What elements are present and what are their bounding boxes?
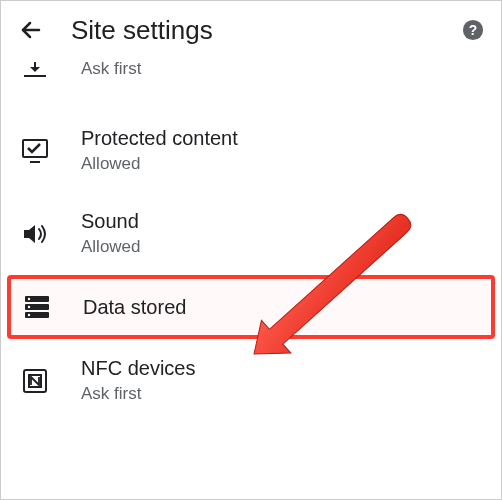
- page-title: Site settings: [71, 15, 461, 46]
- setting-text: Protected content Allowed: [81, 127, 238, 174]
- settings-list: Ask first Protected content Allowed Soun…: [1, 59, 501, 422]
- sound-icon: [21, 220, 49, 248]
- header: Site settings ?: [1, 1, 501, 59]
- setting-status: Allowed: [81, 154, 238, 174]
- setting-status: Ask first: [81, 384, 195, 404]
- download-icon: [21, 59, 49, 87]
- protected-content-icon: [21, 137, 49, 165]
- svg-point-10: [28, 298, 30, 300]
- svg-point-12: [28, 314, 30, 316]
- setting-text: Ask first: [81, 59, 141, 79]
- setting-item-protected-content[interactable]: Protected content Allowed: [1, 109, 501, 192]
- svg-text:?: ?: [469, 23, 477, 38]
- storage-icon: [23, 293, 51, 321]
- help-icon: ?: [462, 19, 484, 41]
- nfc-icon: [21, 367, 49, 395]
- setting-label: Protected content: [81, 127, 238, 150]
- setting-item-downloads[interactable]: Ask first: [1, 59, 501, 109]
- setting-status: Allowed: [81, 237, 141, 257]
- back-arrow-icon: [19, 18, 43, 42]
- setting-text: NFC devices Ask first: [81, 357, 195, 404]
- setting-item-nfc[interactable]: NFC devices Ask first: [1, 339, 501, 422]
- setting-status: Ask first: [81, 59, 141, 79]
- svg-point-11: [28, 306, 30, 308]
- back-button[interactable]: [17, 16, 45, 44]
- setting-text: Sound Allowed: [81, 210, 141, 257]
- setting-label: Sound: [81, 210, 141, 233]
- setting-item-data-stored[interactable]: Data stored: [7, 275, 495, 339]
- help-button[interactable]: ?: [461, 18, 485, 42]
- setting-label: Data stored: [83, 296, 186, 319]
- setting-text: Data stored: [83, 296, 186, 319]
- setting-item-sound[interactable]: Sound Allowed: [1, 192, 501, 275]
- setting-label: NFC devices: [81, 357, 195, 380]
